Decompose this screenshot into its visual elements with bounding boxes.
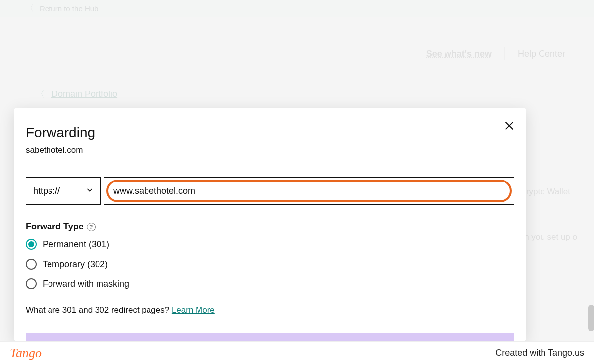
radio-permanent[interactable]: Permanent (301) bbox=[26, 239, 514, 250]
close-icon bbox=[504, 120, 515, 131]
chevron-left-icon: 〈 bbox=[36, 88, 45, 100]
header-links: See what's new Help Center bbox=[426, 47, 565, 60]
return-hub-link[interactable]: Return to the Hub bbox=[40, 4, 98, 13]
learn-more-link[interactable]: Learn More bbox=[172, 305, 215, 315]
tango-logo: Tango bbox=[10, 346, 42, 361]
modal-domain: sabethotel.com bbox=[26, 145, 514, 155]
scrollbar[interactable] bbox=[588, 305, 594, 331]
chevron-down-icon bbox=[86, 186, 94, 196]
bg-text-crypto: rypto Wallet bbox=[526, 187, 570, 197]
protocol-value: https:// bbox=[33, 186, 60, 196]
breadcrumb-link[interactable]: Domain Portfolio bbox=[51, 89, 117, 99]
see-whats-new-link[interactable]: See what's new bbox=[426, 49, 492, 59]
nameservers-banner: We'll automatically update your domain t… bbox=[26, 333, 514, 341]
radio-masking[interactable]: Forward with masking bbox=[26, 278, 514, 289]
destination-row: https:// bbox=[26, 177, 514, 205]
learn-more-row: What are 301 and 302 redirect pages? Lea… bbox=[26, 305, 514, 315]
radio-temporary[interactable]: Temporary (302) bbox=[26, 259, 514, 270]
radio-icon bbox=[26, 278, 37, 289]
radio-icon bbox=[26, 259, 37, 270]
destination-highlight bbox=[106, 180, 512, 202]
radio-label: Forward with masking bbox=[43, 279, 129, 289]
close-button[interactable] bbox=[502, 119, 516, 133]
topbar[interactable]: 〈 Return to the Hub bbox=[0, 0, 594, 17]
radio-label: Temporary (302) bbox=[43, 259, 108, 270]
radio-icon bbox=[26, 239, 37, 250]
protocol-select[interactable]: https:// bbox=[26, 177, 101, 205]
destination-input[interactable] bbox=[113, 186, 505, 196]
modal-title: Forwarding bbox=[26, 125, 514, 140]
footer-credit: Created with Tango.us bbox=[495, 348, 584, 358]
radio-label: Permanent (301) bbox=[43, 239, 109, 250]
forward-type-label: Forward Type ? bbox=[26, 222, 514, 232]
divider bbox=[504, 47, 505, 60]
help-center-link[interactable]: Help Center bbox=[518, 49, 565, 59]
footer: Tango Created with Tango.us bbox=[0, 341, 594, 364]
destination-field-wrap bbox=[104, 177, 514, 205]
help-icon[interactable]: ? bbox=[87, 223, 96, 231]
forwarding-modal: Forwarding sabethotel.com https:// Forwa… bbox=[14, 108, 526, 341]
breadcrumb[interactable]: 〈 Domain Portfolio bbox=[36, 88, 117, 100]
chevron-left-icon: 〈 bbox=[26, 4, 34, 12]
